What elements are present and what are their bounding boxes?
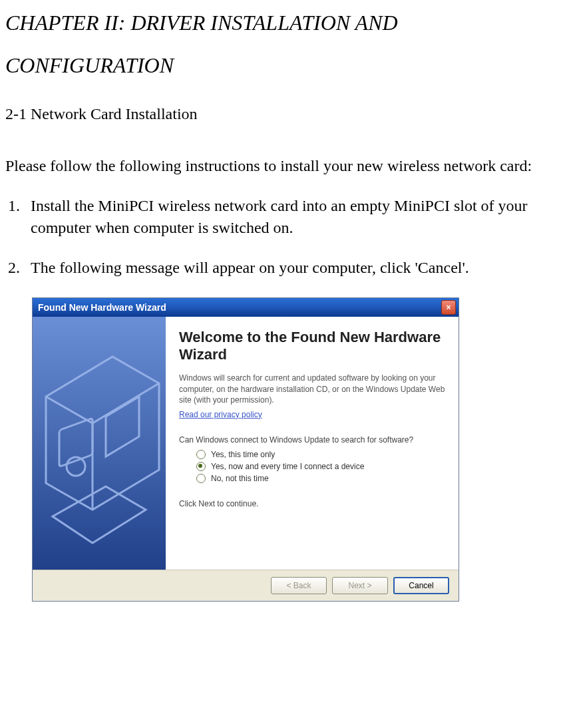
intro-paragraph: Please follow the following instructions… (5, 155, 562, 176)
cancel-button[interactable]: Cancel (393, 577, 449, 594)
wizard-main-panel: Welcome to the Found New Hardware Wizard… (166, 317, 459, 570)
radio-icon (196, 474, 206, 483)
privacy-policy-link[interactable]: Read our privacy policy (179, 410, 262, 419)
wizard-body: Welcome to the Found New Hardware Wizard… (33, 317, 459, 570)
close-icon: × (446, 303, 451, 311)
steps-list: Install the MiniPCI wireless network car… (5, 195, 562, 278)
wizard-side-graphic (33, 317, 166, 570)
step-item: The following message will appear on you… (24, 257, 562, 278)
radio-label: Yes, this time only (211, 450, 275, 459)
step-item: Install the MiniPCI wireless network car… (24, 195, 562, 238)
section-title: 2-1 Network Card Installation (5, 105, 562, 123)
back-button[interactable]: < Back (271, 577, 327, 594)
svg-rect-0 (33, 317, 166, 570)
radio-icon (196, 462, 206, 471)
radio-group: Yes, this time only Yes, now and every t… (196, 450, 445, 483)
radio-option-no[interactable]: No, not this time (196, 474, 445, 483)
chapter-title: CHAPTER II: DRIVER INSTALLATION AND CONF… (5, 1, 562, 87)
wizard-continue-text: Click Next to continue. (179, 499, 445, 508)
radio-option-yes-always[interactable]: Yes, now and every time I connect a devi… (196, 462, 445, 471)
wizard-question: Can Windows connect to Windows Update to… (179, 435, 445, 445)
radio-option-yes-once[interactable]: Yes, this time only (196, 450, 445, 459)
wizard-title-text: Found New Hardware Wizard (38, 302, 166, 313)
wizard-description: Windows will search for current and upda… (179, 373, 445, 405)
next-button[interactable]: Next > (332, 577, 388, 594)
radio-icon (196, 450, 206, 459)
found-new-hardware-wizard-dialog: Found New Hardware Wizard × (32, 297, 459, 602)
radio-label: Yes, now and every time I connect a devi… (211, 462, 364, 471)
close-button[interactable]: × (441, 300, 456, 315)
wizard-button-bar: < Back Next > Cancel (33, 570, 459, 601)
wizard-heading: Welcome to the Found New Hardware Wizard (179, 329, 445, 364)
radio-label: No, not this time (211, 474, 269, 483)
wizard-titlebar: Found New Hardware Wizard × (33, 298, 459, 317)
